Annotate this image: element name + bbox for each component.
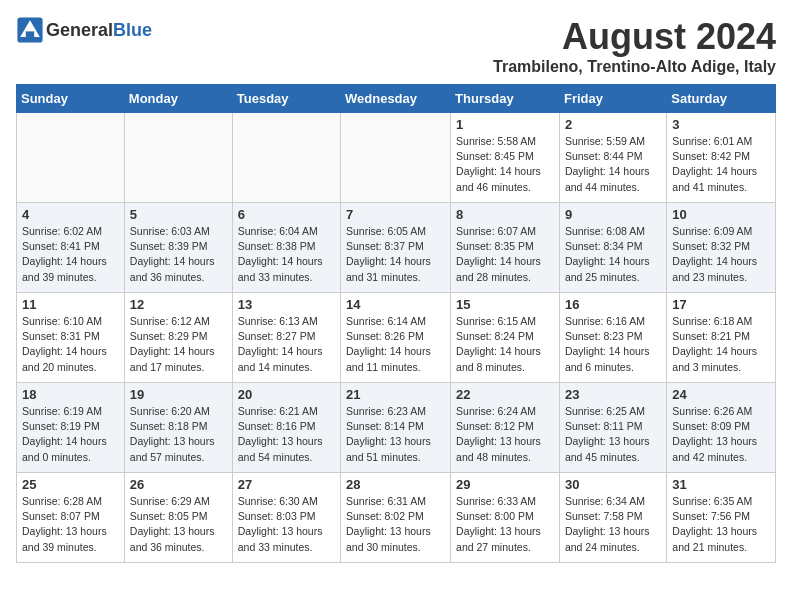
day-number: 25 <box>22 477 119 492</box>
day-info: Sunrise: 5:59 AM Sunset: 8:44 PM Dayligh… <box>565 134 661 195</box>
day-number: 31 <box>672 477 770 492</box>
day-number: 30 <box>565 477 661 492</box>
calendar-cell: 8Sunrise: 6:07 AM Sunset: 8:35 PM Daylig… <box>451 203 560 293</box>
day-number: 22 <box>456 387 554 402</box>
day-number: 2 <box>565 117 661 132</box>
calendar-cell <box>124 113 232 203</box>
calendar-cell: 1Sunrise: 5:58 AM Sunset: 8:45 PM Daylig… <box>451 113 560 203</box>
logo-icon <box>16 16 44 44</box>
day-number: 28 <box>346 477 445 492</box>
logo-blue: Blue <box>113 20 152 40</box>
day-info: Sunrise: 6:24 AM Sunset: 8:12 PM Dayligh… <box>456 404 554 465</box>
day-number: 13 <box>238 297 335 312</box>
day-number: 16 <box>565 297 661 312</box>
calendar-cell: 21Sunrise: 6:23 AM Sunset: 8:14 PM Dayli… <box>341 383 451 473</box>
day-number: 4 <box>22 207 119 222</box>
weekday-header: Thursday <box>451 85 560 113</box>
day-number: 18 <box>22 387 119 402</box>
day-number: 20 <box>238 387 335 402</box>
calendar-cell: 26Sunrise: 6:29 AM Sunset: 8:05 PM Dayli… <box>124 473 232 563</box>
weekday-header: Tuesday <box>232 85 340 113</box>
calendar-cell <box>341 113 451 203</box>
day-info: Sunrise: 6:21 AM Sunset: 8:16 PM Dayligh… <box>238 404 335 465</box>
day-info: Sunrise: 6:05 AM Sunset: 8:37 PM Dayligh… <box>346 224 445 285</box>
day-number: 7 <box>346 207 445 222</box>
day-info: Sunrise: 6:12 AM Sunset: 8:29 PM Dayligh… <box>130 314 227 375</box>
weekday-header: Monday <box>124 85 232 113</box>
day-info: Sunrise: 6:19 AM Sunset: 8:19 PM Dayligh… <box>22 404 119 465</box>
calendar-cell: 11Sunrise: 6:10 AM Sunset: 8:31 PM Dayli… <box>17 293 125 383</box>
day-info: Sunrise: 6:28 AM Sunset: 8:07 PM Dayligh… <box>22 494 119 555</box>
calendar-cell: 2Sunrise: 5:59 AM Sunset: 8:44 PM Daylig… <box>559 113 666 203</box>
logo: GeneralBlue <box>16 16 152 44</box>
title-block: August 2024 Trambileno, Trentino-Alto Ad… <box>493 16 776 76</box>
day-number: 19 <box>130 387 227 402</box>
day-number: 23 <box>565 387 661 402</box>
calendar-cell: 4Sunrise: 6:02 AM Sunset: 8:41 PM Daylig… <box>17 203 125 293</box>
day-info: Sunrise: 6:31 AM Sunset: 8:02 PM Dayligh… <box>346 494 445 555</box>
day-info: Sunrise: 6:18 AM Sunset: 8:21 PM Dayligh… <box>672 314 770 375</box>
calendar-cell: 5Sunrise: 6:03 AM Sunset: 8:39 PM Daylig… <box>124 203 232 293</box>
day-info: Sunrise: 6:16 AM Sunset: 8:23 PM Dayligh… <box>565 314 661 375</box>
day-info: Sunrise: 6:33 AM Sunset: 8:00 PM Dayligh… <box>456 494 554 555</box>
day-number: 12 <box>130 297 227 312</box>
day-number: 10 <box>672 207 770 222</box>
location-title: Trambileno, Trentino-Alto Adige, Italy <box>493 58 776 76</box>
calendar-cell: 13Sunrise: 6:13 AM Sunset: 8:27 PM Dayli… <box>232 293 340 383</box>
weekday-header: Friday <box>559 85 666 113</box>
calendar-cell: 6Sunrise: 6:04 AM Sunset: 8:38 PM Daylig… <box>232 203 340 293</box>
calendar-cell: 29Sunrise: 6:33 AM Sunset: 8:00 PM Dayli… <box>451 473 560 563</box>
day-number: 29 <box>456 477 554 492</box>
month-year-title: August 2024 <box>493 16 776 58</box>
day-info: Sunrise: 6:26 AM Sunset: 8:09 PM Dayligh… <box>672 404 770 465</box>
day-number: 26 <box>130 477 227 492</box>
weekday-header: Saturday <box>667 85 776 113</box>
day-number: 1 <box>456 117 554 132</box>
calendar-cell: 23Sunrise: 6:25 AM Sunset: 8:11 PM Dayli… <box>559 383 666 473</box>
calendar-cell: 17Sunrise: 6:18 AM Sunset: 8:21 PM Dayli… <box>667 293 776 383</box>
calendar-body: 1Sunrise: 5:58 AM Sunset: 8:45 PM Daylig… <box>17 113 776 563</box>
calendar-table: SundayMondayTuesdayWednesdayThursdayFrid… <box>16 84 776 563</box>
calendar-cell: 9Sunrise: 6:08 AM Sunset: 8:34 PM Daylig… <box>559 203 666 293</box>
page-header: GeneralBlue August 2024 Trambileno, Tren… <box>16 16 776 76</box>
weekday-header: Wednesday <box>341 85 451 113</box>
day-info: Sunrise: 6:34 AM Sunset: 7:58 PM Dayligh… <box>565 494 661 555</box>
day-number: 9 <box>565 207 661 222</box>
day-info: Sunrise: 6:13 AM Sunset: 8:27 PM Dayligh… <box>238 314 335 375</box>
day-info: Sunrise: 6:02 AM Sunset: 8:41 PM Dayligh… <box>22 224 119 285</box>
calendar-cell: 24Sunrise: 6:26 AM Sunset: 8:09 PM Dayli… <box>667 383 776 473</box>
day-info: Sunrise: 5:58 AM Sunset: 8:45 PM Dayligh… <box>456 134 554 195</box>
calendar-cell: 14Sunrise: 6:14 AM Sunset: 8:26 PM Dayli… <box>341 293 451 383</box>
day-info: Sunrise: 6:23 AM Sunset: 8:14 PM Dayligh… <box>346 404 445 465</box>
day-info: Sunrise: 6:25 AM Sunset: 8:11 PM Dayligh… <box>565 404 661 465</box>
calendar-cell: 7Sunrise: 6:05 AM Sunset: 8:37 PM Daylig… <box>341 203 451 293</box>
day-number: 14 <box>346 297 445 312</box>
calendar-header: SundayMondayTuesdayWednesdayThursdayFrid… <box>17 85 776 113</box>
day-info: Sunrise: 6:35 AM Sunset: 7:56 PM Dayligh… <box>672 494 770 555</box>
day-info: Sunrise: 6:01 AM Sunset: 8:42 PM Dayligh… <box>672 134 770 195</box>
day-info: Sunrise: 6:08 AM Sunset: 8:34 PM Dayligh… <box>565 224 661 285</box>
calendar-cell: 22Sunrise: 6:24 AM Sunset: 8:12 PM Dayli… <box>451 383 560 473</box>
day-number: 27 <box>238 477 335 492</box>
day-number: 11 <box>22 297 119 312</box>
calendar-cell: 10Sunrise: 6:09 AM Sunset: 8:32 PM Dayli… <box>667 203 776 293</box>
calendar-cell <box>232 113 340 203</box>
day-number: 21 <box>346 387 445 402</box>
calendar-cell: 18Sunrise: 6:19 AM Sunset: 8:19 PM Dayli… <box>17 383 125 473</box>
day-number: 15 <box>456 297 554 312</box>
day-info: Sunrise: 6:30 AM Sunset: 8:03 PM Dayligh… <box>238 494 335 555</box>
day-info: Sunrise: 6:03 AM Sunset: 8:39 PM Dayligh… <box>130 224 227 285</box>
day-number: 24 <box>672 387 770 402</box>
calendar-cell: 31Sunrise: 6:35 AM Sunset: 7:56 PM Dayli… <box>667 473 776 563</box>
day-info: Sunrise: 6:07 AM Sunset: 8:35 PM Dayligh… <box>456 224 554 285</box>
calendar-cell: 16Sunrise: 6:16 AM Sunset: 8:23 PM Dayli… <box>559 293 666 383</box>
day-info: Sunrise: 6:04 AM Sunset: 8:38 PM Dayligh… <box>238 224 335 285</box>
calendar-cell: 20Sunrise: 6:21 AM Sunset: 8:16 PM Dayli… <box>232 383 340 473</box>
calendar-cell: 12Sunrise: 6:12 AM Sunset: 8:29 PM Dayli… <box>124 293 232 383</box>
day-number: 3 <box>672 117 770 132</box>
calendar-cell: 30Sunrise: 6:34 AM Sunset: 7:58 PM Dayli… <box>559 473 666 563</box>
calendar-cell: 3Sunrise: 6:01 AM Sunset: 8:42 PM Daylig… <box>667 113 776 203</box>
day-info: Sunrise: 6:14 AM Sunset: 8:26 PM Dayligh… <box>346 314 445 375</box>
logo-general: General <box>46 20 113 40</box>
calendar-cell: 19Sunrise: 6:20 AM Sunset: 8:18 PM Dayli… <box>124 383 232 473</box>
